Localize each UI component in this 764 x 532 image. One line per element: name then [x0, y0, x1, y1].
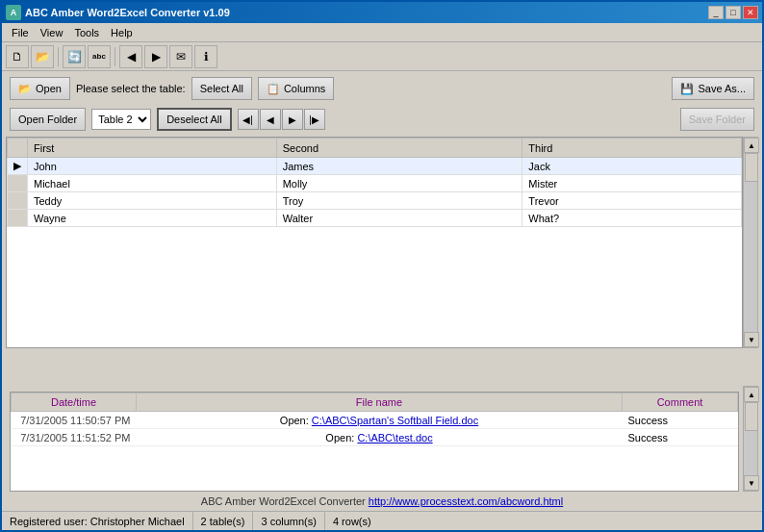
nav-prev-button[interactable]: ◀	[260, 109, 281, 130]
tb-fwd-button[interactable]: ▶	[144, 45, 167, 68]
status-rows: 4 row(s)	[325, 512, 379, 530]
table-cell-2-1: Troy	[276, 192, 522, 210]
open-icon: 📂	[18, 83, 32, 95]
data-table-container[interactable]: First Second Third ▶JohnJamesJackMichael…	[6, 137, 743, 348]
log-row: 7/31/2005 11:50:57 PMOpen: C:\ABC\Sparta…	[12, 412, 738, 429]
tb-abc-button[interactable]: abc	[88, 45, 111, 68]
log-row: 7/31/2005 11:51:52 PMOpen: C:\ABC\test.d…	[12, 429, 738, 446]
columns-icon: 📋	[267, 83, 280, 95]
deselect-all-button[interactable]: Deselect All	[157, 108, 231, 131]
log-scroll-up-btn[interactable]: ▲	[744, 387, 759, 402]
table-cell-0-2: Jack	[522, 158, 742, 175]
table-row[interactable]: MichaelMollyMister	[8, 175, 742, 192]
col-header-third: Third	[522, 139, 742, 158]
row-indicator-cell	[8, 210, 28, 227]
tb-refresh-button[interactable]: 🔄	[63, 45, 86, 68]
table-row[interactable]: WayneWalterWhat?	[8, 210, 742, 227]
menu-view[interactable]: View	[35, 25, 69, 40]
col-header-first: First	[28, 139, 277, 158]
save-as-button[interactable]: 💾 Save As...	[672, 77, 754, 100]
tb-back-button[interactable]: ◀	[119, 45, 142, 68]
save-as-label: Save As...	[698, 83, 746, 94]
tb-info-button[interactable]: ℹ	[194, 45, 217, 68]
open-label: Open	[36, 83, 62, 94]
toolbar-separator-1	[58, 47, 59, 66]
data-table-wrapper: First Second Third ▶JohnJamesJackMichael…	[6, 137, 758, 348]
toolbar: 🗋 📂 🔄 abc ◀ ▶ ✉ ℹ	[2, 42, 762, 71]
open-folder-button[interactable]: Open Folder	[10, 108, 86, 131]
row-indicator-cell: ▶	[8, 158, 28, 175]
log-filepath-link[interactable]: C:\ABC\Spartan's Softball Field.doc	[312, 415, 478, 426]
save-folder-label: Save Folder	[689, 114, 746, 125]
menu-file[interactable]: File	[6, 25, 35, 40]
tb-open-button[interactable]: 📂	[31, 45, 54, 68]
log-filepath-link[interactable]: C:\ABC\test.doc	[357, 432, 432, 443]
status-bar: Registered user: Christopher Michael 2 t…	[2, 511, 762, 530]
status-columns: 3 column(s)	[253, 512, 324, 530]
footer-app-name: ABC Amber Word2Excel Converter	[201, 495, 366, 507]
table-select-label: Please select the table:	[76, 83, 186, 94]
log-section: Date/time File name Comment 7/31/2005 11…	[10, 392, 739, 492]
table-cell-3-1: Walter	[276, 210, 522, 227]
select-all-label: Select All	[200, 83, 243, 94]
data-table: First Second Third ▶JohnJamesJackMichael…	[7, 138, 742, 227]
log-table: Date/time File name Comment 7/31/2005 11…	[11, 393, 738, 446]
table-cell-2-2: Trevor	[522, 192, 742, 210]
footer: ABC Amber Word2Excel Converter http://ww…	[2, 492, 762, 511]
nav-first-button[interactable]: ◀|	[238, 109, 259, 130]
row-indicator-cell	[8, 175, 28, 192]
maximize-button[interactable]: □	[726, 6, 741, 19]
log-datetime: 7/31/2005 11:51:52 PM	[12, 429, 137, 446]
table-cell-0-0: John	[28, 158, 277, 175]
nav-group: ◀| ◀ ▶ |▶	[238, 109, 325, 130]
app-icon: A	[6, 5, 21, 20]
open-folder-label: Open Folder	[18, 114, 77, 125]
scroll-up-btn[interactable]: ▲	[744, 138, 759, 153]
log-section-wrapper: Date/time File name Comment 7/31/2005 11…	[6, 386, 758, 492]
menu-tools[interactable]: Tools	[68, 25, 105, 40]
action-bar-row2: Open Folder Table 1 Table 2 Table 3 Dese…	[2, 106, 762, 137]
select-all-button[interactable]: Select All	[191, 77, 252, 100]
tb-mail-button[interactable]: ✉	[169, 45, 192, 68]
log-col-datetime: Date/time	[12, 393, 137, 412]
log-datetime: 7/31/2005 11:50:57 PM	[12, 412, 137, 429]
save-folder-button[interactable]: Save Folder	[680, 108, 754, 131]
log-comment: Success	[623, 429, 738, 446]
table-scrollbar[interactable]: ▲ ▼	[743, 137, 758, 348]
content-area: 📂 Open Please select the table: Select A…	[2, 71, 762, 511]
save-icon: 💾	[680, 83, 694, 95]
table-row[interactable]: TeddyTroyTrevor	[8, 192, 742, 210]
table-cell-3-0: Wayne	[28, 210, 277, 227]
tb-new-button[interactable]: 🗋	[6, 45, 29, 68]
title-buttons: _ □ ✕	[708, 6, 758, 19]
table-row[interactable]: ▶JohnJamesJack	[8, 158, 742, 175]
menu-help[interactable]: Help	[105, 25, 139, 40]
log-filename: Open: C:\ABC\test.doc	[137, 429, 623, 446]
scroll-thumb-log	[745, 402, 758, 431]
footer-website-link[interactable]: http://www.processtext.com/abcword.html	[369, 495, 563, 507]
status-tables: 2 table(s)	[193, 512, 254, 530]
open-button[interactable]: 📂 Open	[10, 77, 70, 100]
table-cell-1-1: Molly	[276, 175, 522, 192]
minimize-button[interactable]: _	[708, 6, 724, 19]
table-cell-2-0: Teddy	[28, 192, 277, 210]
columns-button[interactable]: 📋 Columns	[258, 77, 334, 100]
table-select-dropdown[interactable]: Table 1 Table 2 Table 3	[91, 109, 151, 130]
log-comment: Success	[623, 412, 738, 429]
row-indicator-cell	[8, 192, 28, 210]
close-button[interactable]: ✕	[743, 6, 758, 19]
nav-last-button[interactable]: |▶	[304, 109, 325, 130]
title-bar: A ABC Amber Word2Excel Converter v1.09 _…	[2, 2, 762, 23]
log-scrollbar[interactable]: ▲ ▼	[743, 386, 758, 492]
log-scroll-down-btn[interactable]: ▼	[744, 475, 759, 491]
table-cell-3-2: What?	[522, 210, 742, 227]
deselect-all-label: Deselect All	[166, 114, 221, 125]
spacer	[2, 348, 762, 386]
scroll-thumb-table	[745, 153, 758, 182]
main-window: A ABC Amber Word2Excel Converter v1.09 _…	[0, 0, 764, 532]
log-col-comment: Comment	[623, 393, 738, 412]
window-title: ABC Amber Word2Excel Converter v1.09	[25, 7, 708, 18]
nav-next-button[interactable]: ▶	[282, 109, 303, 130]
log-col-filename: File name	[137, 393, 623, 412]
scroll-down-btn[interactable]: ▼	[744, 332, 759, 347]
